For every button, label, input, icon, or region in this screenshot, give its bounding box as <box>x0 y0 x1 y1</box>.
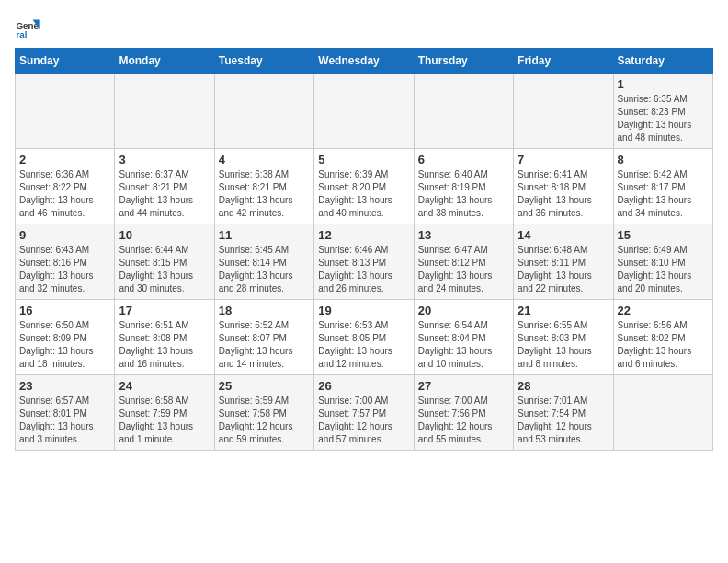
day-detail: Sunrise: 7:01 AM Sunset: 7:54 PM Dayligh… <box>518 395 609 446</box>
day-number: 3 <box>119 153 210 167</box>
calendar-cell: 17Sunrise: 6:51 AM Sunset: 8:08 PM Dayli… <box>115 300 214 375</box>
calendar-cell: 22Sunrise: 6:56 AM Sunset: 8:02 PM Dayli… <box>613 300 712 375</box>
calendar-cell <box>16 74 115 149</box>
calendar-cell: 25Sunrise: 6:59 AM Sunset: 7:58 PM Dayli… <box>214 375 313 451</box>
day-detail: Sunrise: 6:40 AM Sunset: 8:19 PM Dayligh… <box>418 168 509 220</box>
day-number: 28 <box>518 379 609 393</box>
day-detail: Sunrise: 6:48 AM Sunset: 8:11 PM Dayligh… <box>518 244 609 295</box>
day-detail: Sunrise: 6:49 AM Sunset: 8:10 PM Dayligh… <box>618 244 709 295</box>
calendar-cell: 20Sunrise: 6:54 AM Sunset: 8:04 PM Dayli… <box>414 300 513 375</box>
calendar-cell: 24Sunrise: 6:58 AM Sunset: 7:59 PM Dayli… <box>115 375 214 451</box>
day-number: 26 <box>318 379 409 393</box>
day-detail: Sunrise: 7:00 AM Sunset: 7:56 PM Dayligh… <box>418 395 509 446</box>
weekday-header-sunday: Sunday <box>16 49 115 74</box>
day-number: 2 <box>19 153 110 167</box>
calendar-week-row: 23Sunrise: 6:57 AM Sunset: 8:01 PM Dayli… <box>16 375 713 451</box>
day-number: 20 <box>418 304 509 317</box>
day-number: 19 <box>318 304 409 317</box>
calendar-cell: 19Sunrise: 6:53 AM Sunset: 8:05 PM Dayli… <box>314 300 414 375</box>
weekday-header-wednesday: Wednesday <box>314 49 414 74</box>
day-detail: Sunrise: 6:58 AM Sunset: 7:59 PM Dayligh… <box>119 395 210 446</box>
day-detail: Sunrise: 6:50 AM Sunset: 8:09 PM Dayligh… <box>19 319 110 371</box>
day-detail: Sunrise: 6:43 AM Sunset: 8:16 PM Dayligh… <box>19 244 110 295</box>
day-number: 22 <box>618 304 709 317</box>
calendar-cell: 5Sunrise: 6:39 AM Sunset: 8:20 PM Daylig… <box>314 149 414 224</box>
day-detail: Sunrise: 6:39 AM Sunset: 8:20 PM Dayligh… <box>318 168 409 220</box>
calendar-cell <box>514 74 613 149</box>
day-number: 21 <box>518 304 609 317</box>
calendar-cell: 2Sunrise: 6:36 AM Sunset: 8:22 PM Daylig… <box>16 149 115 224</box>
day-detail: Sunrise: 6:35 AM Sunset: 8:23 PM Dayligh… <box>618 93 709 144</box>
calendar-cell: 15Sunrise: 6:49 AM Sunset: 8:10 PM Dayli… <box>613 224 712 300</box>
day-number: 6 <box>418 153 509 167</box>
day-detail: Sunrise: 6:41 AM Sunset: 8:18 PM Dayligh… <box>518 168 609 220</box>
day-number: 23 <box>19 379 110 393</box>
day-number: 12 <box>318 228 409 242</box>
calendar-cell: 4Sunrise: 6:38 AM Sunset: 8:21 PM Daylig… <box>214 149 313 224</box>
calendar-cell: 26Sunrise: 7:00 AM Sunset: 7:57 PM Dayli… <box>314 375 414 451</box>
calendar-cell: 13Sunrise: 6:47 AM Sunset: 8:12 PM Dayli… <box>414 224 513 300</box>
day-number: 15 <box>618 228 709 242</box>
calendar-cell <box>214 74 313 149</box>
calendar-cell: 1Sunrise: 6:35 AM Sunset: 8:23 PM Daylig… <box>613 74 712 149</box>
day-number: 17 <box>119 304 210 317</box>
calendar-cell: 12Sunrise: 6:46 AM Sunset: 8:13 PM Dayli… <box>314 224 414 300</box>
day-number: 27 <box>418 379 509 393</box>
calendar-cell <box>414 74 513 149</box>
day-detail: Sunrise: 6:38 AM Sunset: 8:21 PM Dayligh… <box>219 168 310 220</box>
day-number: 1 <box>618 77 709 91</box>
day-detail: Sunrise: 7:00 AM Sunset: 7:57 PM Dayligh… <box>318 395 409 446</box>
day-detail: Sunrise: 6:47 AM Sunset: 8:12 PM Dayligh… <box>418 244 509 295</box>
day-number: 14 <box>518 228 609 242</box>
day-number: 18 <box>219 304 310 317</box>
calendar-cell <box>613 375 712 451</box>
calendar-cell: 10Sunrise: 6:44 AM Sunset: 8:15 PM Dayli… <box>115 224 214 300</box>
day-detail: Sunrise: 6:45 AM Sunset: 8:14 PM Dayligh… <box>219 244 310 295</box>
calendar-week-row: 16Sunrise: 6:50 AM Sunset: 8:09 PM Dayli… <box>16 300 713 375</box>
svg-text:ral: ral <box>16 29 27 40</box>
day-detail: Sunrise: 6:56 AM Sunset: 8:02 PM Dayligh… <box>618 319 709 371</box>
weekday-header-thursday: Thursday <box>414 49 513 74</box>
calendar-cell <box>115 74 214 149</box>
day-number: 10 <box>119 228 210 242</box>
day-detail: Sunrise: 6:46 AM Sunset: 8:13 PM Dayligh… <box>318 244 409 295</box>
calendar-cell: 7Sunrise: 6:41 AM Sunset: 8:18 PM Daylig… <box>514 149 613 224</box>
day-detail: Sunrise: 6:52 AM Sunset: 8:07 PM Dayligh… <box>219 319 310 371</box>
day-detail: Sunrise: 6:59 AM Sunset: 7:58 PM Dayligh… <box>219 395 310 446</box>
day-number: 16 <box>19 304 110 317</box>
weekday-header-monday: Monday <box>115 49 214 74</box>
day-number: 24 <box>119 379 210 393</box>
day-number: 5 <box>318 153 409 167</box>
weekday-header-tuesday: Tuesday <box>214 49 313 74</box>
day-number: 11 <box>219 228 310 242</box>
calendar-cell: 27Sunrise: 7:00 AM Sunset: 7:56 PM Dayli… <box>414 375 513 451</box>
calendar-cell: 9Sunrise: 6:43 AM Sunset: 8:16 PM Daylig… <box>16 224 115 300</box>
calendar-cell: 14Sunrise: 6:48 AM Sunset: 8:11 PM Dayli… <box>514 224 613 300</box>
weekday-header-friday: Friday <box>514 49 613 74</box>
day-number: 9 <box>19 228 110 242</box>
calendar-cell: 28Sunrise: 7:01 AM Sunset: 7:54 PM Dayli… <box>514 375 613 451</box>
day-detail: Sunrise: 6:55 AM Sunset: 8:03 PM Dayligh… <box>518 319 609 371</box>
calendar-cell: 21Sunrise: 6:55 AM Sunset: 8:03 PM Dayli… <box>514 300 613 375</box>
calendar-cell: 6Sunrise: 6:40 AM Sunset: 8:19 PM Daylig… <box>414 149 513 224</box>
weekday-header-saturday: Saturday <box>613 49 712 74</box>
day-number: 4 <box>219 153 310 167</box>
logo-icon: Gene ral <box>15 15 40 40</box>
day-number: 8 <box>618 153 709 167</box>
calendar-cell: 18Sunrise: 6:52 AM Sunset: 8:07 PM Dayli… <box>214 300 313 375</box>
day-number: 25 <box>219 379 310 393</box>
day-detail: Sunrise: 6:36 AM Sunset: 8:22 PM Dayligh… <box>19 168 110 220</box>
calendar-cell: 3Sunrise: 6:37 AM Sunset: 8:21 PM Daylig… <box>115 149 214 224</box>
calendar-cell: 11Sunrise: 6:45 AM Sunset: 8:14 PM Dayli… <box>214 224 313 300</box>
calendar-header-row: SundayMondayTuesdayWednesdayThursdayFrid… <box>16 49 713 74</box>
day-detail: Sunrise: 6:51 AM Sunset: 8:08 PM Dayligh… <box>119 319 210 371</box>
day-detail: Sunrise: 6:37 AM Sunset: 8:21 PM Dayligh… <box>119 168 210 220</box>
calendar-cell: 16Sunrise: 6:50 AM Sunset: 8:09 PM Dayli… <box>16 300 115 375</box>
day-detail: Sunrise: 6:54 AM Sunset: 8:04 PM Dayligh… <box>418 319 509 371</box>
page-header: Gene ral <box>15 15 713 40</box>
calendar-week-row: 2Sunrise: 6:36 AM Sunset: 8:22 PM Daylig… <box>16 149 713 224</box>
calendar-week-row: 9Sunrise: 6:43 AM Sunset: 8:16 PM Daylig… <box>16 224 713 300</box>
day-detail: Sunrise: 6:44 AM Sunset: 8:15 PM Dayligh… <box>119 244 210 295</box>
calendar-cell: 8Sunrise: 6:42 AM Sunset: 8:17 PM Daylig… <box>613 149 712 224</box>
calendar-table: SundayMondayTuesdayWednesdayThursdayFrid… <box>15 48 713 451</box>
